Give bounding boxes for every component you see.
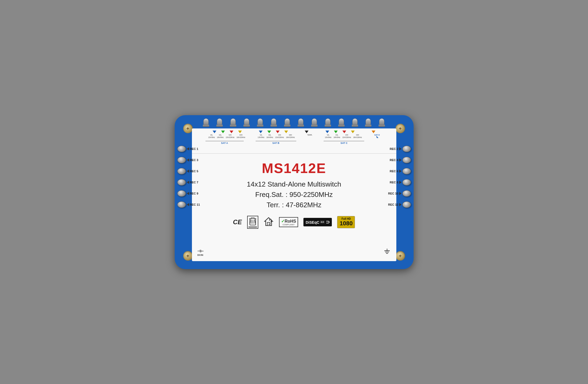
rec10-connector (402, 190, 411, 197)
device: V/L13V/0Hz H/L18V/0Hz V/H13V/22KHz H/H18… (175, 115, 414, 269)
rec7-connector (177, 179, 186, 185)
rec6-arrow (399, 170, 401, 173)
freq-sat: Freq.Sat. : 950-2250MHz (197, 191, 391, 199)
fullhd-badge: Full HD 1080 (337, 216, 355, 228)
label-sat-a-hh: H/H18V/22KHz (237, 134, 245, 139)
dcin-label: DCIN (197, 254, 204, 256)
rec9-arrow (187, 192, 189, 195)
arrow-sat-a-vl (213, 131, 216, 133)
rec9-connector (177, 190, 186, 197)
label-sat-a-hl: H/L18V/0Hz (217, 134, 224, 139)
connector-sat-b-3 (284, 118, 290, 127)
rec10-label: REC 10 (388, 192, 398, 195)
rec7-label: REC 7 (190, 181, 198, 184)
sat-b-label: SAT B (272, 142, 279, 144)
rec5-arrow (187, 170, 189, 173)
rec11-connector (177, 201, 186, 208)
weee-badge (247, 216, 258, 229)
rec8-connector (402, 179, 411, 185)
right-outputs: REC 2 REC 4 REC 6 (388, 146, 411, 208)
rec10-item: REC 10 (388, 190, 411, 197)
diseqc-badge: DiSEqC 2.0 ⊃ (303, 218, 332, 226)
rec6-connector (402, 168, 411, 174)
left-outputs: REC 1 REC 3 REC 5 (177, 146, 200, 208)
rec3-item: REC 3 (177, 157, 200, 163)
rec2-label: REC 2 (390, 147, 398, 150)
model-name: MS1412E (197, 160, 391, 176)
connector-sat-a-2 (216, 118, 223, 127)
connector-sat-a-3 (230, 118, 236, 127)
connector-sat-c-2 (338, 118, 345, 127)
label-sat-b-vl: V/L13V/0Hz (258, 134, 264, 139)
arrow-sat-c-vh (342, 131, 346, 133)
rec12-item: REC 12 (388, 201, 411, 208)
connector-sat-b-4 (298, 118, 304, 127)
arrow-sat-c-vl (325, 131, 329, 133)
connector-sat-b-1 (257, 118, 263, 127)
arrow-sat-b-hh (284, 131, 288, 133)
rec5-item: REC 5 (177, 168, 200, 174)
connector-sat-c-1 (325, 118, 331, 127)
label-sat-b-hh: H/H18V/22KHz (286, 134, 295, 139)
rec7-arrow (187, 181, 189, 184)
rec10-arrow (399, 192, 401, 195)
rec11-item: REC 11 (177, 201, 200, 208)
connector-sat-b-2 (271, 118, 277, 127)
rec4-connector (402, 157, 411, 163)
label-sat-c-hl: H/L18V/0Hz (334, 134, 340, 139)
rec3-connector (177, 157, 186, 163)
arrow-sat-b-vh (276, 131, 280, 133)
rec4-label: REC 4 (390, 158, 398, 162)
rec12-connector (402, 201, 411, 208)
rec8-arrow (399, 181, 401, 184)
rec2-connector (402, 146, 411, 152)
connector-sat-a-4 (243, 118, 250, 127)
return-badge: ↩ (264, 217, 274, 228)
ce-badge: CE (233, 218, 242, 226)
arrow-sat-b-vl (259, 131, 263, 133)
rec5-connector (177, 168, 186, 174)
rec1-arrow (187, 147, 189, 150)
arrow-terr (305, 131, 308, 133)
label-sat-a-vh: V/H13V/22KHz (226, 134, 234, 139)
rec4-arrow (399, 158, 401, 162)
rec3-label: REC 3 (190, 158, 198, 162)
rohs-badge: ✓RoHS COMPLIANT (279, 217, 298, 227)
ground-area (383, 249, 391, 256)
rec8-item: REC 8 (388, 179, 411, 185)
rec5-label: REC 5 (190, 170, 198, 173)
main-panel: V/L13V/0Hz H/L18V/0Hz V/H13V/22KHz H/H18… (192, 128, 396, 261)
badges-row: CE (197, 213, 391, 231)
connector-sat-c-3 (352, 118, 358, 127)
rec2-arrow (399, 147, 401, 150)
rec7-item: REC 7 (177, 179, 200, 185)
rec6-label: REC 6 (390, 170, 398, 173)
connector-sat-d (379, 118, 385, 127)
label-sat-a-vl: V/L13V/0Hz (208, 134, 215, 139)
label-sat-b-vh: V/H13V/22KHz (275, 134, 284, 139)
freq-terr: Terr. : 47-862MHz (197, 201, 391, 209)
label-sat-c-hh: H/H18V/22KHz (353, 134, 362, 139)
dcin-area: ⊣⊢ DCIN (197, 249, 204, 256)
content-area: MS1412E 14x12 Stand-Alone Multiswitch Fr… (192, 154, 396, 235)
arrow-sat-a-hl (221, 131, 225, 133)
sat-c-label: SAT C (341, 142, 347, 144)
rec11-arrow (187, 203, 189, 206)
rec1-label: REC 1 (190, 147, 198, 150)
rec8-label: REC 8 (390, 181, 398, 184)
rec9-item: REC 9 (177, 190, 200, 197)
rec1-item: REC 1 (177, 146, 200, 152)
rec6-item: REC 6 (388, 168, 411, 174)
rec4-item: REC 4 (388, 157, 411, 163)
label-sat-c-vh: V/H13V/22KHz (342, 134, 351, 139)
rec3-arrow (187, 158, 189, 162)
label-terr: TERR. (307, 134, 312, 136)
connector-terr (311, 118, 317, 127)
rec2-item: REC 2 (388, 146, 411, 152)
arrow-sat-c-hl (334, 131, 338, 133)
connector-sat-a-1 (203, 118, 209, 127)
rec9-label: REC 9 (190, 192, 198, 195)
rec1-connector (177, 146, 186, 152)
top-section: V/L13V/0Hz H/L18V/0Hz V/H13V/22KHz H/H18… (192, 128, 396, 154)
sat-a-label: SAT A (221, 142, 228, 144)
